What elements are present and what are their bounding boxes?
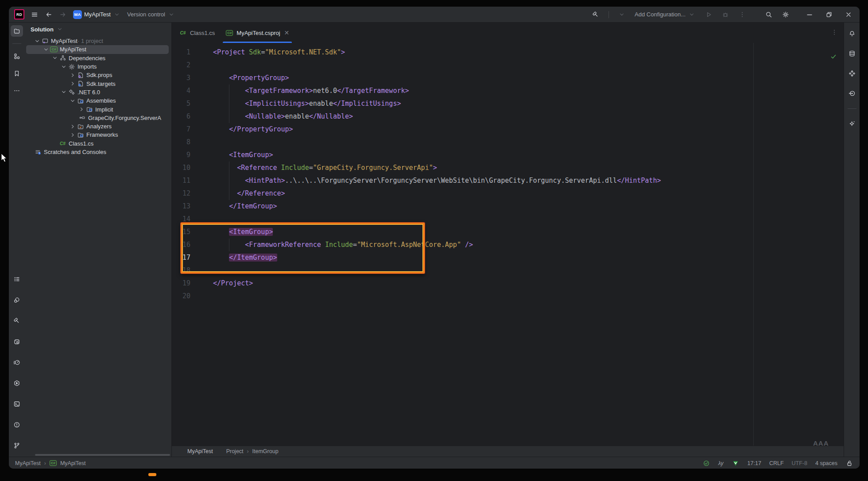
line-number[interactable]: 13: [172, 200, 190, 213]
tool-strip-button-build[interactable]: [11, 315, 23, 327]
line-number[interactable]: 7: [172, 123, 190, 136]
tree-item--net-6-0[interactable]: .NET 6.0: [24, 88, 171, 96]
line-number[interactable]: 4: [172, 85, 190, 97]
forward-icon[interactable]: [59, 11, 67, 19]
line-number[interactable]: 11: [172, 174, 190, 187]
line-number[interactable]: 19: [172, 277, 190, 290]
tool-strip-button-nuget[interactable]: [846, 68, 858, 79]
tree-item-class1-cs[interactable]: C#Class1.cs: [24, 139, 171, 148]
code-line[interactable]: [213, 136, 661, 149]
chevron-right-icon[interactable]: [69, 71, 77, 79]
build-icon[interactable]: [592, 11, 600, 19]
restore-icon[interactable]: [825, 11, 833, 19]
tool-strip-button-more[interactable]: [11, 85, 23, 96]
horizontal-scrollbar[interactable]: [35, 454, 170, 456]
line-number[interactable]: 10: [172, 162, 190, 174]
tool-strip-button-problems[interactable]: [11, 419, 23, 431]
tool-strip-button-structure[interactable]: [11, 50, 23, 62]
panel-header[interactable]: Solution: [24, 23, 171, 36]
code-line[interactable]: <Nullable>enable</Nullable>: [213, 110, 661, 123]
project-widget[interactable]: MA MyApiTest: [73, 10, 121, 19]
line-number[interactable]: 5: [172, 97, 190, 110]
code-line[interactable]: </PropertyGroup>: [213, 123, 661, 136]
tab-close-icon[interactable]: ✕: [284, 29, 290, 36]
status-root[interactable]: MyApiTest: [15, 460, 41, 466]
run-icon[interactable]: [705, 11, 713, 19]
vcs-widget[interactable]: Version control: [127, 11, 175, 19]
line-number[interactable]: 9: [172, 149, 190, 162]
tool-strip-button-git[interactable]: [11, 440, 23, 451]
tree-item-assemblies[interactable]: Assemblies: [24, 96, 171, 105]
tree-item-scratches-and-consoles[interactable]: Scratches and Consoles: [24, 148, 171, 156]
code-line[interactable]: <Project Sdk="Microsoft.NET.Sdk">: [213, 46, 661, 59]
tree-item-myapitest[interactable]: MyApiTest · 1 project: [24, 37, 171, 45]
tab-options-icon[interactable]: [830, 28, 838, 36]
code-line[interactable]: <ItemGroup>: [213, 149, 661, 162]
chevron-down-icon[interactable]: [42, 46, 50, 54]
main-menu-icon[interactable]: [31, 11, 39, 19]
code-line[interactable]: [213, 290, 661, 303]
search-icon[interactable]: [765, 11, 773, 19]
chevron-right-icon[interactable]: [69, 80, 77, 88]
tree-item-sdk-targets[interactable]: Sdk.targets: [24, 79, 171, 88]
line-number[interactable]: 2: [172, 59, 190, 72]
caret-position[interactable]: 17:17: [748, 460, 761, 466]
tool-strip-button-project[interactable]: [11, 25, 23, 37]
file-encoding[interactable]: UTF-8: [792, 460, 807, 466]
breadcrumb-item[interactable]: ItemGroup: [252, 448, 279, 454]
back-icon[interactable]: [45, 11, 53, 19]
editor-content[interactable]: 1234567891011121314151617181920 <Project…: [172, 43, 844, 446]
chevron-down-icon[interactable]: [33, 37, 41, 45]
chevron-down-icon[interactable]: [60, 88, 68, 96]
chevron-right-icon[interactable]: [69, 123, 77, 131]
line-ending[interactable]: CRLF: [769, 460, 784, 466]
chevron-down-icon[interactable]: [60, 63, 68, 71]
code-line[interactable]: </Project>: [213, 277, 661, 290]
tab-class1-cs[interactable]: C#Class1.cs: [174, 23, 220, 43]
tool-strip-button-ai-assistant[interactable]: [846, 118, 858, 130]
tree-item-grapecity-forguncy-servera[interactable]: GrapeCity.Forguncy.ServerA: [24, 114, 171, 122]
line-number[interactable]: 6: [172, 110, 190, 123]
tool-strip-button-profiler[interactable]: [11, 357, 23, 368]
settings-icon[interactable]: [782, 11, 790, 19]
run-configuration-selector[interactable]: Add Configuration...: [635, 11, 696, 19]
line-number[interactable]: 20: [172, 290, 190, 303]
tree-item-analyzers[interactable]: Analyzers: [24, 122, 171, 131]
status-project[interactable]: MyApiTest: [60, 460, 86, 466]
tool-strip-button-endpoints[interactable]: [846, 88, 858, 99]
tool-strip-button-terminal[interactable]: [11, 398, 23, 410]
tool-strip-button-commit[interactable]: [11, 294, 23, 306]
code-line[interactable]: <HintPath>..\..\..\ForguncyServer\Forgun…: [213, 174, 661, 187]
debug-icon[interactable]: [721, 11, 729, 19]
tree-item-myapitest[interactable]: C#MyApiTest: [24, 45, 171, 54]
tree-item-sdk-props[interactable]: Sdk.props: [24, 71, 171, 79]
code-line[interactable]: <TargetFramework>net6.0</TargetFramework…: [213, 85, 661, 97]
tree-item-imports[interactable]: Imports: [24, 62, 171, 71]
code-analysis-icon[interactable]: λy: [718, 460, 724, 466]
tool-strip-button-bookmark[interactable]: [11, 68, 23, 79]
green-shield-icon[interactable]: [732, 459, 740, 467]
code-line[interactable]: <Reference Include="GrapeCity.Forguncy.S…: [213, 162, 661, 174]
chevron-down-icon[interactable]: [69, 97, 77, 105]
tree-item-implicit[interactable]: Implicit: [24, 105, 171, 113]
inspections-ok-icon[interactable]: [829, 53, 837, 61]
code-line[interactable]: <ImplicitUsings>enable</ImplicitUsings>: [213, 97, 661, 110]
more-actions-icon[interactable]: [738, 11, 746, 19]
chevron-down-icon[interactable]: [51, 54, 59, 62]
tool-strip-button-database[interactable]: [846, 48, 858, 59]
tab-myapitest-csproj[interactable]: C#MyApiTest.csproj✕: [220, 23, 294, 43]
breadcrumb-file[interactable]: MyApiTest: [187, 448, 213, 454]
line-number[interactable]: 1: [172, 46, 190, 59]
minimize-icon[interactable]: [806, 11, 814, 19]
line-number[interactable]: 3: [172, 72, 190, 85]
code-line[interactable]: <PropertyGroup>: [213, 72, 661, 85]
breadcrumb-item[interactable]: Project: [226, 448, 244, 454]
tree-item-dependencies[interactable]: Dependencies: [24, 54, 171, 62]
line-number[interactable]: 12: [172, 187, 190, 200]
chevron-right-icon[interactable]: [78, 105, 85, 113]
inspections-status-icon[interactable]: [702, 459, 710, 467]
tool-strip-button-todo[interactable]: [11, 273, 23, 285]
tool-strip-button-notifications[interactable]: [846, 28, 858, 39]
line-number[interactable]: 8: [172, 136, 190, 149]
tree-item-frameworks[interactable]: Frameworks: [24, 131, 171, 139]
